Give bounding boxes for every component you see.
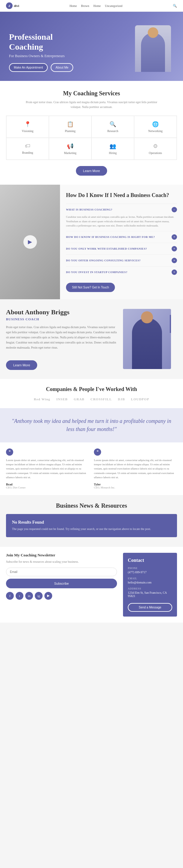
newsletter-email-input[interactable] bbox=[6, 567, 117, 576]
appointment-button[interactable]: Make An Appointment bbox=[9, 63, 48, 72]
newsletter-title: Join My Coaching Newsletter bbox=[6, 553, 117, 558]
accordion-question-4: DO YOU OFFER ONGOING CONSULTING SERVICES… bbox=[66, 259, 141, 262]
testimonial-brad-name: Brad bbox=[6, 483, 89, 486]
company-logo-loudpop: LOUDPOP bbox=[131, 397, 149, 401]
blog-title: Business News & Resources bbox=[6, 502, 177, 509]
hero-person-image bbox=[135, 25, 171, 72]
subscribe-button[interactable]: Subscribe bbox=[6, 579, 117, 588]
search-icon[interactable]: 🔍 bbox=[173, 4, 177, 8]
nav-brown[interactable]: Brown bbox=[81, 4, 89, 7]
visioning-label: Visioning bbox=[22, 129, 34, 133]
testimonial-tyler-icon: ❝ bbox=[94, 448, 101, 456]
social-icons: f t in ig ▶ bbox=[6, 592, 117, 600]
accordion-answer-1: Curabitur non nulla sit amet nisl tempus… bbox=[66, 215, 177, 228]
accordion-toggle-1: − bbox=[172, 207, 177, 212]
blog-section: Business News & Resources No Results Fou… bbox=[0, 495, 183, 547]
youtube-icon[interactable]: ▶ bbox=[44, 592, 52, 600]
contact-email-value: hello@domain.com bbox=[128, 581, 172, 584]
contact-phone-value: (477) 699-9717 bbox=[128, 570, 172, 574]
accordion-header-3: DO YOU ONLY WORK WITH ESTABLISHED COMPAN… bbox=[66, 246, 177, 251]
blog-no-results-card: No Results Found The page you requested … bbox=[6, 514, 177, 537]
operations-icon: ⚙ bbox=[153, 143, 158, 150]
companies-logos: Red Wing INSEB GRAB CROSSFILL DJB LOUDPO… bbox=[6, 397, 177, 401]
newsletter-description: Subscribe for news & resources about sca… bbox=[6, 559, 117, 564]
accordion-item-5[interactable]: DO YOU INVEST IN STARTUP COMPANIES? + bbox=[66, 266, 177, 278]
branding-icon: 🏷 bbox=[25, 143, 30, 149]
company-logo-grab: GRAB bbox=[74, 397, 84, 401]
services-learn-more-button[interactable]: Learn More bbox=[76, 166, 107, 176]
logo: d divi bbox=[6, 2, 19, 9]
send-message-button[interactable]: Send a Message bbox=[128, 603, 172, 612]
faq-content: How Do I Know If I Need a Business Coach… bbox=[60, 185, 183, 299]
hero-subtitle: For Business Owners & Entrepreneurs bbox=[9, 54, 132, 58]
service-hiring: 👥 Hiring bbox=[92, 138, 134, 160]
video-panel: ▶ bbox=[0, 185, 60, 299]
service-research: 🔍 Research bbox=[92, 116, 134, 138]
about-description: Proin eget tortor risus. Cras ultrices l… bbox=[6, 324, 117, 350]
linkedin-icon[interactable]: in bbox=[25, 592, 33, 600]
hero-text: Professional Coaching For Business Owner… bbox=[9, 32, 132, 72]
hero-image bbox=[132, 24, 174, 72]
accordion-toggle-5: + bbox=[172, 270, 177, 275]
facebook-icon[interactable]: f bbox=[6, 592, 14, 600]
testimonial-card-brad: ❝ Lorem ipsum dolor sit amet, consectetu… bbox=[6, 448, 89, 489]
companies-section: Companies & People I've Worked With Red … bbox=[0, 379, 183, 408]
service-networking: 🌐 Networking bbox=[134, 116, 177, 138]
contact-button[interactable]: Still Not Sure? Get In Touch bbox=[66, 283, 115, 292]
about-photo bbox=[123, 309, 171, 369]
faq-section: ▶ How Do I Know If I Need a Business Coa… bbox=[0, 185, 183, 299]
nav-home[interactable]: Home bbox=[70, 4, 77, 7]
accordion-item-2[interactable]: HOW DO I KNOW IF BUSINESS COACHING IS RI… bbox=[66, 231, 177, 243]
nav-links: Home Brown Home Uncategorized bbox=[70, 4, 122, 7]
contact-address-value: 1234 Elm St, San Francisco, CA 95821 bbox=[128, 591, 172, 598]
faq-title: How Do I Know If I Need a Business Coach… bbox=[66, 192, 177, 199]
service-branding: 🏷 Branding bbox=[6, 138, 49, 160]
services-section: My Coaching Services Proin eget tortor r… bbox=[0, 81, 183, 185]
contact-title: Contact bbox=[128, 558, 172, 563]
accordion-header-1: WHAT IS BUSINESS COACHING? − bbox=[66, 207, 177, 212]
about-title: About Anthony Briggs bbox=[6, 308, 117, 316]
research-label: Research bbox=[107, 129, 118, 133]
marketing-label: Marketing bbox=[64, 151, 76, 155]
company-logo-redwing: Red Wing bbox=[34, 397, 50, 401]
accordion-question-5: DO YOU INVEST IN STARTUP COMPANIES? bbox=[66, 271, 127, 274]
about-person-head bbox=[141, 311, 153, 323]
play-button[interactable]: ▶ bbox=[24, 235, 37, 249]
nav-home2[interactable]: Home bbox=[93, 4, 101, 7]
planning-icon: 📋 bbox=[67, 121, 73, 127]
contact-email-label: Email bbox=[128, 577, 172, 580]
networking-label: Networking bbox=[148, 129, 162, 133]
services-description: Proin eget tortor risus. Cras ultrices l… bbox=[23, 100, 160, 110]
accordion-item-1[interactable]: WHAT IS BUSINESS COACHING? − Curabitur n… bbox=[66, 204, 177, 231]
services-title: My Coaching Services bbox=[6, 90, 177, 97]
service-operations: ⚙ Operations bbox=[134, 138, 177, 160]
testimonial-tyler-name: Tyler bbox=[94, 483, 177, 486]
service-visioning: 📍 Visioning bbox=[6, 116, 49, 138]
blog-no-results-description: The page you requested could not be foun… bbox=[12, 527, 171, 531]
logo-text: divi bbox=[14, 4, 19, 7]
accordion-item-3[interactable]: DO YOU ONLY WORK WITH ESTABLISHED COMPAN… bbox=[66, 243, 177, 254]
logo-icon: d bbox=[6, 2, 12, 9]
visioning-icon: 📍 bbox=[24, 121, 31, 127]
accordion-toggle-4: + bbox=[172, 258, 177, 263]
nav-uncategorized[interactable]: Uncategorized bbox=[105, 4, 122, 7]
marketing-icon: 📢 bbox=[67, 143, 73, 150]
accordion-toggle-3: + bbox=[172, 246, 177, 251]
research-icon: 🔍 bbox=[110, 121, 116, 127]
hiring-icon: 👥 bbox=[110, 143, 116, 150]
about-content: About Anthony Briggs Business Coach Proi… bbox=[6, 308, 117, 370]
accordion-item-4[interactable]: DO YOU OFFER ONGOING CONSULTING SERVICES… bbox=[66, 254, 177, 266]
accordion-question-1: WHAT IS BUSINESS COACHING? bbox=[66, 208, 112, 211]
accent-bar bbox=[170, 315, 171, 333]
footer-section: Join My Coaching Newsletter Subscribe fo… bbox=[0, 547, 183, 623]
networking-icon: 🌐 bbox=[152, 121, 159, 127]
about-button[interactable]: About Me bbox=[51, 63, 73, 72]
about-learn-more-button[interactable]: Learn More bbox=[6, 360, 37, 370]
instagram-icon[interactable]: ig bbox=[35, 592, 43, 600]
contact-email: Email hello@domain.com bbox=[128, 577, 172, 584]
accordion-question-3: DO YOU ONLY WORK WITH ESTABLISHED COMPAN… bbox=[66, 247, 147, 250]
services-grid: 📍 Visioning 📋 Planning 🔍 Research 🌐 Netw… bbox=[6, 116, 177, 160]
about-person-body bbox=[132, 318, 162, 369]
about-role: Business Coach bbox=[6, 317, 117, 321]
twitter-icon[interactable]: t bbox=[15, 592, 24, 600]
